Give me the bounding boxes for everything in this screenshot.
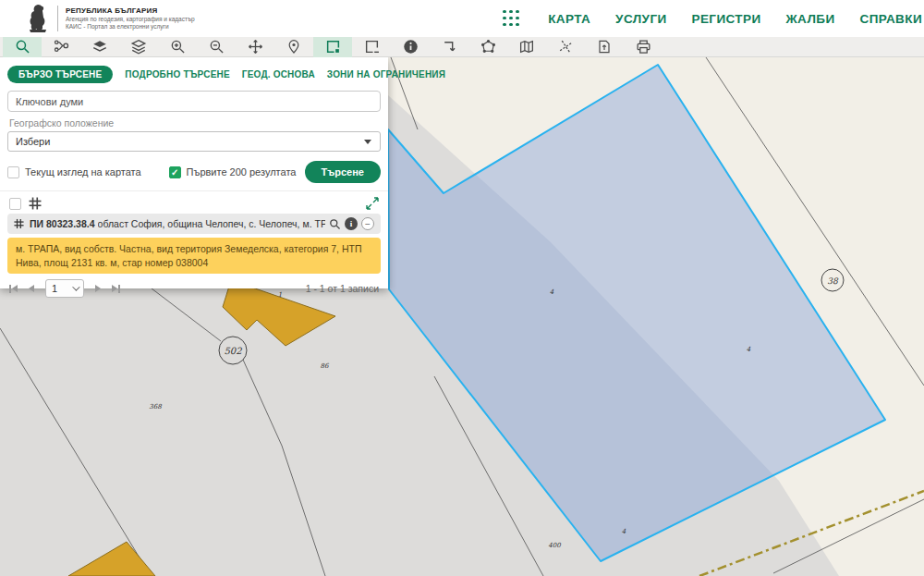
search-tool-button[interactable] [3,37,42,57]
chevron-down-icon [364,140,371,144]
zoom-in-tool-button[interactable] [158,37,197,57]
parcel-point-label: 4 [747,346,751,353]
parcel-number-368: 368 [149,403,162,411]
org-republic: РЕПУБЛИКА БЪЛГАРИЯ [66,6,195,16]
page-number-value: 1 [52,283,72,294]
search-icon [15,39,30,55]
grid-icon [29,197,42,210]
select-all-row [9,197,379,210]
map-overview-tool-button[interactable] [507,37,546,57]
grid-icon [14,218,24,229]
map-toolbar [0,37,924,57]
geo-select-value: Избери [8,136,356,147]
app-header: РЕПУБЛИКА БЪЛГАРИЯ Агенция по геодезия, … [0,0,924,37]
result-row[interactable]: ПИ 80323.38.4 област София, община Челоп… [7,214,381,234]
rect-subtract-tool-button[interactable] [352,37,391,57]
result-details-box: м. ТРАПА, вид собств. Частна, вид терито… [7,238,381,274]
main-nav: КАРТА УСЛУГИ РЕГИСТРИ ЖАЛБИ СПРАВКИ [503,10,924,28]
records-summary: 1 - 1 от 1 записи [306,283,379,294]
network-nodes-icon [54,39,69,55]
corner-arrow-icon [442,39,457,55]
geo-position-select[interactable]: Избери [7,131,381,152]
first-200-label: Първите 200 резултата [187,166,297,178]
parcel-number-86: 86 [321,362,329,370]
result-info-button[interactable]: i [345,217,358,230]
last-page-icon [112,285,117,292]
location-pin-icon [286,39,301,55]
result-collapse-button[interactable]: − [361,217,374,230]
search-panel: БЪРЗО ТЪРСЕНЕ ПОДРОБНО ТЪРСЕНЕ ГЕОД. ОСН… [0,57,388,288]
layer-top-icon [91,39,108,55]
first-page-icon [12,285,18,292]
info-icon [403,39,419,55]
logo-divider [57,6,58,31]
layers-tool-button[interactable] [119,37,158,57]
prev-page-icon [29,285,34,292]
result-location: област София, община Челопеч, с. Челопеч… [98,218,325,229]
rectangle-subtract-icon [364,39,380,55]
nav-item-complaints[interactable]: ЖАЛБИ [785,12,834,26]
active-layer-tool-button[interactable] [80,37,119,57]
pagination: 1 1 - 1 от 1 записи [9,279,379,298]
polygon-select-icon [480,39,496,55]
nav-item-registers[interactable]: РЕГИСТРИ [692,12,761,26]
org-portal: КАИС - Портал за електронни услуги [66,23,195,31]
zoom-out-tool-button[interactable] [197,37,236,57]
first-page-button[interactable] [9,285,18,293]
zoom-to-result-icon[interactable] [329,218,341,230]
nav-item-services[interactable]: УСЛУГИ [615,12,666,26]
tab-quick-search[interactable]: БЪРЗО ТЪРСЕНЕ [7,66,113,83]
next-page-icon [95,285,101,292]
zoom-out-icon [209,39,225,55]
result-parcel-id: ПИ 80323.38.4 [30,218,95,229]
prev-page-button[interactable] [29,285,34,292]
printer-icon [636,39,651,55]
geo-position-label: Географско положение [9,117,379,129]
identify-tool-button[interactable] [430,37,468,57]
zoom-in-icon [170,39,186,55]
last-page-button[interactable] [112,285,120,293]
search-tabs: БЪРЗО ТЪРСЕНЕ ПОДРОБНО ТЪРСЕНЕ ГЕОД. ОСН… [0,57,388,89]
polygon-select-tool-button[interactable] [468,37,507,57]
select-all-checkbox[interactable] [9,198,21,210]
info-tool-button[interactable] [391,37,430,57]
agency-logo: РЕПУБЛИКА БЪЛГАРИЯ Агенция по геодезия, … [0,4,195,33]
current-view-label: Текущ изглед на картата [25,166,141,178]
select-arrow [356,132,380,151]
tab-detailed-search[interactable]: ПОДРОБНО ТЪРСЕНЕ [125,69,229,80]
rect-select-tool-button[interactable] [313,37,352,57]
layers-icon [130,39,147,55]
results-divider [0,190,388,191]
export-page-icon [597,39,612,55]
nav-item-references[interactable]: СПРАВКИ [859,12,922,26]
org-agency: Агенция по геодезия, картография и кадас… [66,16,195,23]
search-button[interactable]: Търсене [305,161,381,183]
pan-move-icon [248,39,263,55]
next-page-button[interactable] [95,285,101,292]
expand-results-button[interactable] [366,197,379,210]
folded-map-icon [518,39,535,55]
svg-text:502: 502 [224,346,242,356]
rectangle-select-icon [325,39,341,55]
expand-icon [366,197,379,210]
current-view-checkbox[interactable] [7,166,19,178]
page-number-select[interactable]: 1 [45,279,84,298]
network-tool-button[interactable] [42,37,80,57]
result-actions: i − [325,217,374,230]
nav-item-map[interactable]: КАРТА [548,12,590,26]
cross-section-tool-button[interactable] [546,37,585,57]
chevron-down-icon [72,284,79,291]
location-tool-button[interactable] [274,37,313,57]
parcel-point-label: 4 [550,288,554,296]
pan-tool-button[interactable] [236,37,274,57]
first-200-checkbox[interactable]: ✓ [169,166,181,178]
keywords-input[interactable] [7,91,381,112]
coat-of-arms-lion-icon [26,4,50,33]
axes-cross-icon [558,39,574,55]
tab-geodetic-basis[interactable]: ГЕОД. ОСНОВА [242,69,315,80]
apps-grid-icon[interactable] [503,10,520,28]
tab-restriction-zones[interactable]: ЗОНИ НА ОГРАНИЧЕНИЯ [327,69,445,80]
parcel-number-400: 400 [548,542,561,549]
export-tool-button[interactable] [585,37,624,57]
print-tool-button[interactable] [624,37,663,57]
